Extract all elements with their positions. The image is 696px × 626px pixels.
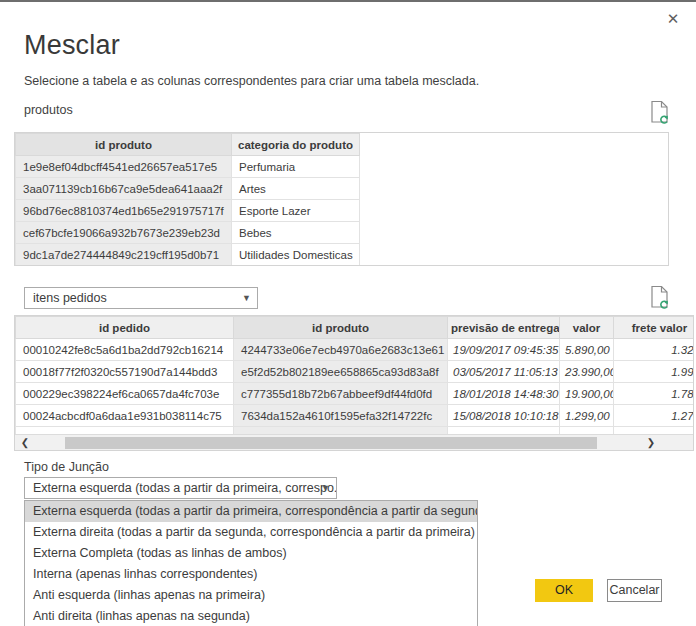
table-cell[interactable]: 7634da152a4610f1595efa32f14722fc [234, 405, 448, 427]
join-option[interactable]: Externa esquerda (todas a partir da prim… [25, 501, 477, 522]
table-cell[interactable]: Artes [232, 178, 360, 200]
table-cell[interactable]: 03/05/2017 11:05:13 [448, 361, 560, 383]
table-cell[interactable]: 00010242fe8c5a6d1ba2dd792cb16214 [16, 339, 234, 361]
table-cell[interactable]: 19.900,00 [560, 383, 614, 405]
table-row: 3aa071139cb16b67ca9e5dea641aaa2fArtes [16, 178, 360, 200]
close-icon[interactable]: ✕ [662, 8, 684, 30]
first-table-label: produtos [24, 103, 73, 117]
table-cell[interactable]: 00018f77f2f0320c557190d7a144bdd3 [16, 361, 234, 383]
table-cell[interactable]: 000229ec398224ef6ca0657da4fc703e [16, 383, 234, 405]
chevron-down-icon: ▼ [321, 478, 330, 498]
table-row: cef67bcfe19066a932b7673e239eb23dBebes [16, 222, 360, 244]
join-option[interactable]: Anti esquerda (linhas apenas na primeira… [25, 585, 477, 606]
column-header[interactable]: id produto [234, 317, 448, 339]
scrollbar-thumb[interactable] [65, 437, 597, 449]
chevron-down-icon: ▼ [242, 288, 251, 308]
table-row: 1e9e8ef04dbcff4541ed26657ea517e5Perfumar… [16, 156, 360, 178]
table-row: 9dc1a7de274444849c219cff195d0b71Utilidad… [16, 244, 360, 266]
table-cell[interactable]: 00024acbcdf0a6daa1e931b038114c75 [16, 405, 234, 427]
table-cell[interactable]: 3aa071139cb16b67ca9e5dea641aaa2f [16, 178, 232, 200]
table-cell[interactable]: 23.990,00 [560, 361, 614, 383]
table-cell[interactable]: 4244733e06e7ecb4970a6e2683c13e61 [234, 339, 448, 361]
merge-dialog: ✕ Mesclar Selecione a tabela e as coluna… [0, 0, 696, 626]
column-header[interactable]: categoria do produto [232, 134, 360, 156]
second-table-select-value: itens pedidos [33, 291, 107, 305]
table-cell[interactable]: Perfumaria [232, 156, 360, 178]
join-kind-select-value: Externa esquerda (todas a partir da prim… [33, 481, 337, 495]
table-cell[interactable]: c777355d18b72b67abbeef9df44fd0fd [234, 383, 448, 405]
table-cell[interactable]: 1.993 [614, 361, 695, 383]
table-cell[interactable]: 1.329 [614, 339, 695, 361]
second-table-preview: id pedidoid produtoprevisão de entregava… [14, 315, 694, 451]
products-table: id produtocategoria do produto1e9e8ef04d… [15, 133, 360, 266]
table-cell[interactable]: e5f2d52b802189ee658865ca93d83a8f [234, 361, 448, 383]
horizontal-scrollbar[interactable]: ❮ ❯ [15, 434, 693, 450]
table-cell[interactable]: 1.279 [614, 405, 695, 427]
dialog-title: Mesclar [24, 30, 120, 61]
table-row: 00010242fe8c5a6d1ba2dd792cb162144244733e… [16, 339, 695, 361]
table-header-row: id produtocategoria do produto [16, 134, 360, 156]
column-header[interactable]: frete valor [614, 317, 695, 339]
table-cell[interactable]: 96bd76ec8810374ed1b65e291975717f [16, 200, 232, 222]
table-cell[interactable]: 1.299,00 [560, 405, 614, 427]
table-cell[interactable]: 18/01/2018 14:48:30 [448, 383, 560, 405]
column-header[interactable]: previsão de entrega [448, 317, 560, 339]
table-header-row: id pedidoid produtoprevisão de entregava… [16, 317, 695, 339]
table-cell[interactable]: 1.787 [614, 383, 695, 405]
refresh-preview-icon[interactable] [650, 100, 670, 124]
cancel-button[interactable]: Cancelar [607, 579, 662, 602]
table-cell[interactable]: Utilidades Domesticas [232, 244, 360, 266]
join-option[interactable]: Interna (apenas linhas correspondentes) [25, 564, 477, 585]
column-header[interactable]: id produto [16, 134, 232, 156]
ok-button[interactable]: OK [535, 579, 593, 602]
scroll-left-icon[interactable]: ❮ [17, 435, 33, 451]
column-header[interactable]: valor [560, 317, 614, 339]
order-items-table: id pedidoid produtoprevisão de entregava… [15, 316, 694, 449]
table-cell[interactable]: cef67bcfe19066a932b7673e239eb23d [16, 222, 232, 244]
column-header[interactable]: id pedido [16, 317, 234, 339]
table-cell[interactable]: 15/08/2018 10:10:18 [448, 405, 560, 427]
table-cell[interactable]: 1e9e8ef04dbcff4541ed26657ea517e5 [16, 156, 232, 178]
second-table-select[interactable]: itens pedidos ▼ [24, 287, 258, 309]
join-kind-dropdown-list: Externa esquerda (todas a partir da prim… [24, 500, 478, 626]
table-cell[interactable]: 5.890,00 [560, 339, 614, 361]
scroll-right-icon[interactable]: ❯ [643, 435, 659, 451]
table-cell[interactable]: Bebes [232, 222, 360, 244]
table-row: 000229ec398224ef6ca0657da4fc703ec777355d… [16, 383, 695, 405]
dialog-subtitle: Selecione a tabela e as colunas correspo… [24, 74, 479, 88]
refresh-preview-icon[interactable] [650, 285, 670, 309]
join-kind-select[interactable]: Externa esquerda (todas a partir da prim… [24, 477, 337, 499]
join-kind-label: Tipo de Junção [24, 460, 109, 474]
join-option[interactable]: Anti direita (linhas apenas na segunda) [25, 606, 477, 626]
table-cell[interactable]: 9dc1a7de274444849c219cff195d0b71 [16, 244, 232, 266]
table-row: 96bd76ec8810374ed1b65e291975717fEsporte … [16, 200, 360, 222]
table-row: 00024acbcdf0a6daa1e931b038114c757634da15… [16, 405, 695, 427]
table-row: 00018f77f2f0320c557190d7a144bdd3e5f2d52b… [16, 361, 695, 383]
table-cell[interactable]: 19/09/2017 09:45:35 [448, 339, 560, 361]
join-option[interactable]: Externa Completa (todas as linhas de amb… [25, 543, 477, 564]
join-option[interactable]: Externa direita (todas a partir da segun… [25, 522, 477, 543]
first-table-preview: id produtocategoria do produto1e9e8ef04d… [14, 132, 669, 266]
table-cell[interactable]: Esporte Lazer [232, 200, 360, 222]
